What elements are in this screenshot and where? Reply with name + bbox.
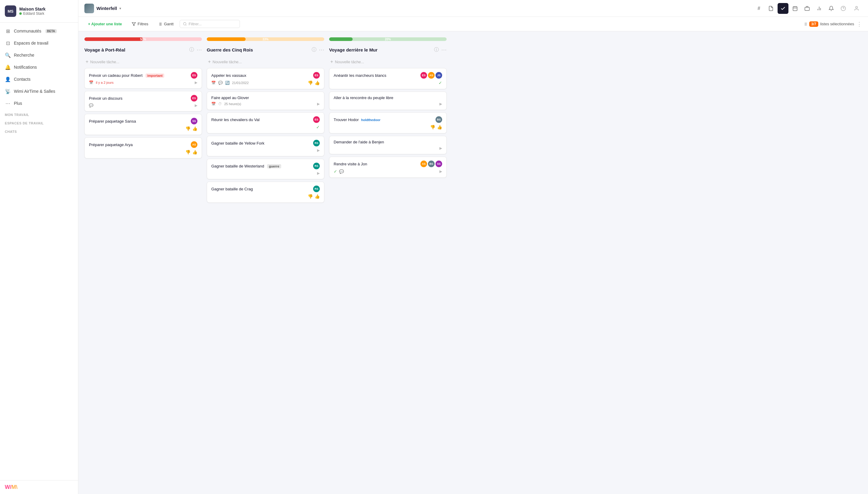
calendar-icon[interactable] [790,3,800,14]
dislike-icon[interactable]: 👎 [185,150,190,154]
check-icon[interactable]: ✓ [316,125,320,130]
progress-label-2: 33% [262,38,269,41]
svg-line-19 [186,25,186,25]
task-card: Rendre visite à Jon AS BS SS ✓ 💬 ▶ [329,157,447,178]
like-icon[interactable]: 👍 [192,150,198,154]
task-card: Préparer paquetage Sansa SS 👎 👍 [85,114,202,135]
sidebar-item-plus[interactable]: ⋯ Plus [0,97,78,109]
tasks-icon[interactable] [778,3,789,14]
sidebar-item-recherche[interactable]: 🔍 Recherche [0,49,78,61]
dislike-icon[interactable]: 👎 [430,125,435,130]
play-icon[interactable]: ▶ [317,171,320,175]
add-task-1[interactable]: + Nouvelle tâche... [85,57,202,66]
column-info-icon[interactable]: ⓘ [189,47,194,53]
sidebar-item-label: Contacts [14,77,31,82]
task-card: Appeler les vassaux ES 📅 💬 🔄 21/01/2022 … [207,68,324,89]
check-icon[interactable]: ✓ [439,80,442,85]
check-icon[interactable]: ✓ [334,169,337,174]
progress-label-1: 50% [140,38,146,41]
add-task-2[interactable]: + Nouvelle tâche... [207,57,324,66]
play-icon[interactable]: ▶ [439,169,442,173]
kanban-board: 50% Voyage à Port-Réal ⓘ ⋯ + Nouvelle tâ… [78,31,868,494]
avatar-ss: SS [436,160,442,167]
avatar-as: AS [191,141,198,148]
notification-icon[interactable] [826,3,837,14]
sidebar-profile[interactable]: MS Maison Stark Eddard Stark [0,0,78,23]
like-icon[interactable]: 👍 [315,194,320,199]
play-icon[interactable]: ▶ [439,146,442,150]
column-info-icon[interactable]: ⓘ [434,47,439,53]
avatar-as: AS [421,160,427,167]
holdthedoor-link[interactable]: holdthedoor [361,118,380,122]
task-card: Anéantir les marcheurs blancs ES AS JS ✓ [329,68,447,89]
filter-search[interactable]: Filtrer... [180,20,240,28]
like-icon[interactable]: 👍 [437,125,442,130]
play-icon[interactable]: ▶ [195,80,198,84]
sidebar-item-label: Wimi AirTime & Salles [14,89,55,94]
dislike-icon[interactable]: 👎 [185,126,190,131]
user-settings-icon[interactable] [851,3,862,14]
column-header-1: Voyage à Port-Réal ⓘ ⋯ [85,44,202,55]
airtime-icon: 📡 [5,88,11,94]
guerre-badge: guerre [267,164,281,168]
column-options-button[interactable]: ⋮ [856,21,862,27]
column-more-icon[interactable]: ⋯ [197,46,202,53]
like-icon[interactable]: 👍 [315,80,320,85]
briefcase-icon[interactable] [802,3,813,14]
chat-icon: 💬 [89,103,93,108]
filters-button[interactable]: Filtres [128,20,152,28]
play-icon[interactable]: ▶ [317,102,320,106]
calendar-icon: 📅 [211,81,216,85]
column-voyage-port-real: 50% Voyage à Port-Réal ⓘ ⋯ + Nouvelle tâ… [85,37,202,488]
sidebar-item-airtime[interactable]: 📡 Wimi AirTime & Salles [0,85,78,97]
file-icon[interactable] [765,3,776,14]
sidebar-item-notifications[interactable]: 🔔 Notifications [0,61,78,73]
chevron-down-icon[interactable]: ▾ [119,6,121,11]
sidebar-nav: ⊞ Communautés BETA ⊡ Espaces de travail … [0,23,78,480]
play-icon[interactable]: ▶ [195,103,198,108]
column-progress-1: 50% [85,37,202,41]
column-more-icon[interactable]: ⋯ [441,46,447,53]
task-card: Demander de l'aide à Benjen ▶ [329,136,447,154]
search-icon: 🔍 [5,52,11,58]
sidebar-item-label: Espaces de travail [14,41,48,45]
help-icon[interactable] [838,3,849,14]
task-card: Trouver Hodor holdthedoor BS 👎 👍 [329,112,447,133]
sidebar-item-espaces[interactable]: ⊡ Espaces de travail [0,37,78,49]
calendar-icon: 📅 [211,102,216,106]
topbar-icons: # [754,3,862,14]
dislike-icon[interactable]: 👎 [308,80,313,85]
list-count-badge: 3/7 [809,21,818,27]
play-icon[interactable]: ▶ [317,148,320,152]
add-list-button[interactable]: + Ajouter une liste [85,20,126,28]
task-card: Aller à la rencontre du peuple libre ▶ [329,92,447,110]
avatar-es: ES [191,95,198,101]
workspace-name: Maison Stark [19,7,45,12]
gantt-button[interactable]: Gantt [154,20,177,28]
hashtag-icon[interactable]: # [754,3,764,14]
sidebar-item-contacts[interactable]: 👤 Contacts [0,73,78,85]
sidebar-item-communautes[interactable]: ⊞ Communautés BETA [0,25,78,37]
avatar-es: ES [313,72,320,79]
chats-section: CHATS [0,126,78,135]
user-name: Eddard Stark [23,12,44,16]
wimi-logo: W/M\ [5,484,73,490]
add-task-3[interactable]: + Nouvelle tâche... [329,57,447,66]
column-info-icon[interactable]: ⓘ [312,47,316,53]
column-voyage-derriere-mur: 20% Voyage derrière le Mur ⓘ ⋯ + Nouvell… [329,37,447,488]
calendar-icon: 📅 [89,80,93,84]
play-icon[interactable]: ▶ [439,102,442,106]
chart-icon[interactable] [814,3,825,14]
important-badge: important [146,74,165,78]
list-count-label: listes sélectionnées [820,22,854,26]
contact-icon: 👤 [5,76,11,82]
column-header-2: Guerre des Cinq Rois ⓘ ⋯ [207,44,324,55]
task-card: Gagner bataille de Westerland guerre RS … [207,159,324,179]
dislike-icon[interactable]: 👎 [308,194,313,199]
column-more-icon[interactable]: ⋯ [319,46,324,53]
like-icon[interactable]: 👍 [192,126,198,131]
chat-icon[interactable]: 💬 [339,169,344,174]
svg-rect-4 [805,7,810,11]
avatar-bs: BS [428,160,435,167]
sync-icon: 🔄 [225,81,230,85]
